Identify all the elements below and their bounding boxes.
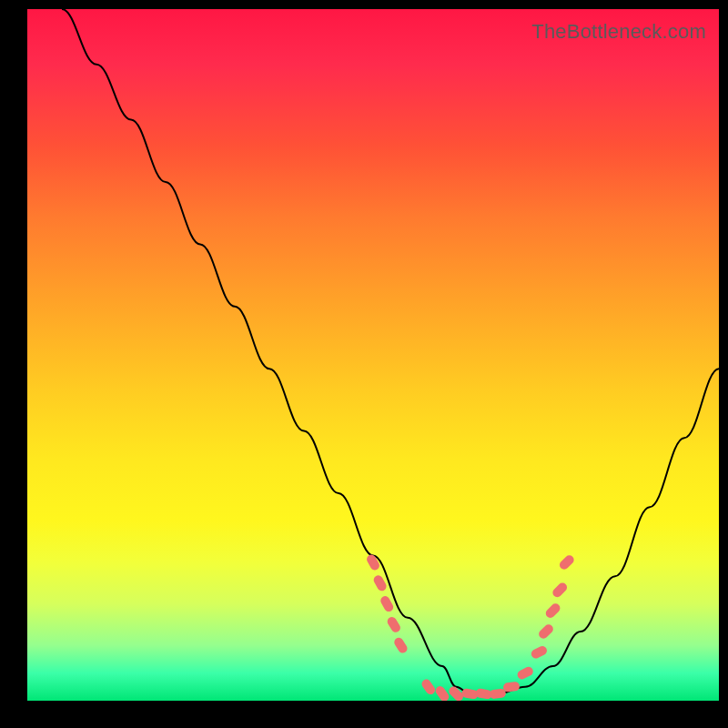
curve-marker [558,553,576,571]
curve-marker [392,636,409,655]
curve-marker [365,553,380,572]
curve-marker [372,574,388,593]
curve-marker [530,644,549,660]
curve-marker [537,622,555,641]
curve-marker [379,594,394,613]
bottleneck-curve-svg [27,9,719,701]
curve-marker [386,615,402,634]
marker-group [365,553,575,701]
curve-marker [489,688,506,699]
curve-marker [420,678,438,696]
curve-marker [516,665,535,681]
curve-marker [544,602,562,620]
curve-marker [502,682,520,693]
curve-marker [551,581,569,600]
curve-marker [434,684,451,701]
bottleneck-curve-line [62,9,719,693]
chart-plot-area: TheBottleneck.com [27,9,719,701]
